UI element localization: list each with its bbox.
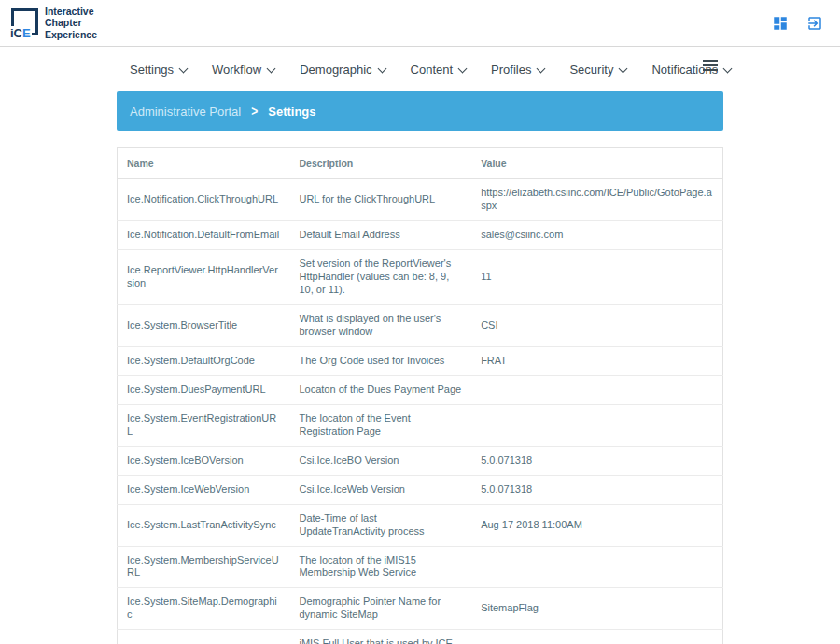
hamburger-menu-icon <box>703 60 718 62</box>
chevron-down-icon <box>179 63 189 73</box>
cell-description: The Org Code used for Invoices <box>289 346 471 375</box>
cell-name: Ice.System.EventRegistrationURL <box>118 404 290 446</box>
table-row[interactable]: Ice.System.DefaultOrgCode The Org Code u… <box>118 346 723 375</box>
chevron-down-icon <box>619 63 628 73</box>
breadcrumb-parent-link[interactable]: Administrative Portal <box>130 105 241 119</box>
column-header-description: Description <box>289 148 471 179</box>
table-header-row: Name Description Value <box>118 148 723 179</box>
table-row[interactable]: Ice.ReportViewer.HttpHandlerVersion Set … <box>118 249 723 304</box>
table-row[interactable]: Ice.Notification.ClickThroughURL URL for… <box>118 179 723 221</box>
chevron-down-icon <box>537 63 546 73</box>
cell-description: Set version of the ReportViewer's HttpHa… <box>289 249 471 304</box>
table-row[interactable]: Ice.System.SiteMap.Demographic Demograph… <box>118 588 723 630</box>
nav-item-workflow[interactable]: Workflow <box>212 63 274 77</box>
cell-value <box>471 546 722 588</box>
cell-name: Ice.System.MembershipServiceURL <box>118 546 290 588</box>
settings-table-container: Name Description Value Ice.Notification.… <box>117 147 723 644</box>
cell-name: Ice.System.SiteMap.Demographic <box>118 588 290 630</box>
cell-name: Ice.System.IceWebVersion <box>118 475 290 504</box>
table-row[interactable]: Ice.System.LastTranActivitySync Date-Tim… <box>118 504 723 546</box>
dashboard-button[interactable] <box>770 13 791 34</box>
cell-description: The locaton of the iMIS15 Membership Web… <box>289 546 471 588</box>
cell-description: iMIS Full User that is used by ICE Back … <box>289 630 471 644</box>
cell-value: https://elizabeth.csiinc.com/ICE/Public/… <box>471 179 722 221</box>
table-row[interactable]: Ice.System.MembershipServiceURL The loca… <box>118 546 723 588</box>
cell-name: Ice.System.DefaultOrgCode <box>118 346 290 375</box>
menu-button[interactable] <box>699 56 721 75</box>
cell-description: Csi.Ice.IceBO Version <box>289 446 471 475</box>
app-logo: iCE <box>11 8 38 35</box>
breadcrumb: Administrative Portal > Settings <box>117 91 723 131</box>
cell-value: 5.0.071318 <box>471 475 722 504</box>
dashboard-icon <box>772 15 789 32</box>
chevron-down-icon <box>377 63 386 73</box>
cell-value: sales@csiinc.com <box>471 220 722 249</box>
cell-name: Ice.System.IceBOVersion <box>118 446 290 475</box>
column-header-value: Value <box>471 148 722 179</box>
cell-description: Locaton of the Dues Payment Page <box>289 375 471 404</box>
app-header: iCE Interactive Chapter Experience <box>0 0 840 47</box>
table-row[interactable]: Ice.System.UserId iMIS Full User that is… <box>118 630 723 644</box>
nav-item-profiles[interactable]: Profiles <box>491 63 544 77</box>
nav-item-content[interactable]: Content <box>411 63 467 77</box>
table-row[interactable]: Ice.System.BrowserTitle What is displaye… <box>118 304 723 346</box>
cell-value <box>471 375 722 404</box>
table-row[interactable]: Ice.System.IceBOVersion Csi.Ice.IceBO Ve… <box>118 446 723 475</box>
nav-item-security[interactable]: Security <box>569 63 626 77</box>
settings-table: Name Description Value Ice.Notification.… <box>117 147 723 644</box>
cell-value: MANAGER <box>471 630 722 644</box>
cell-value: SitemapFlag <box>471 588 722 630</box>
cell-name: Ice.Notification.DefaultFromEmail <box>118 220 290 249</box>
column-header-name: Name <box>118 148 290 179</box>
main-nav: Settings Workflow Demographic Content Pr… <box>117 47 723 88</box>
chevron-down-icon <box>723 63 733 73</box>
cell-description: Demographic Pointer Name for dynamic Sit… <box>289 588 471 630</box>
cell-description: URL for the ClickThroughURL <box>289 179 471 221</box>
cell-description: What is displayed on the user's browser … <box>289 304 471 346</box>
cell-description: The locaton of the Event Registration Pa… <box>289 404 471 446</box>
sign-out-button[interactable] <box>805 13 825 34</box>
cell-value: Aug 17 2018 11:00AM <box>471 504 722 546</box>
cell-name: Ice.System.UserId <box>118 630 290 644</box>
cell-name: Ice.System.LastTranActivitySync <box>118 504 290 546</box>
logo-text: iCE <box>10 26 32 39</box>
header-actions <box>770 13 825 34</box>
cell-value: 5.0.071318 <box>471 446 722 475</box>
cell-value: 11 <box>471 249 722 304</box>
cell-description: Date-Time of last UpdateTranActivity pro… <box>289 504 471 546</box>
cell-description: Csi.Ice.IceWeb Version <box>289 475 471 504</box>
cell-name: Ice.System.DuesPaymentURL <box>118 375 290 404</box>
cell-name: Ice.System.BrowserTitle <box>118 304 290 346</box>
table-row[interactable]: Ice.Notification.DefaultFromEmail Defaul… <box>118 220 723 249</box>
sign-out-icon <box>806 15 823 32</box>
main-content: Settings Workflow Demographic Content Pr… <box>117 47 723 644</box>
cell-value <box>471 404 722 446</box>
nav-item-demographic[interactable]: Demographic <box>300 63 385 77</box>
chevron-down-icon <box>458 63 468 73</box>
cell-description: Default Email Address <box>289 220 471 249</box>
table-row[interactable]: Ice.System.DuesPaymentURL Locaton of the… <box>118 375 723 404</box>
brand-name: Interactive Chapter Experience <box>45 6 97 41</box>
table-row[interactable]: Ice.System.EventRegistrationURL The loca… <box>118 404 723 446</box>
cell-value: FRAT <box>471 346 722 375</box>
brand: iCE Interactive Chapter Experience <box>11 6 97 41</box>
cell-name: Ice.Notification.ClickThroughURL <box>118 179 290 221</box>
cell-value: CSI <box>471 304 722 346</box>
breadcrumb-current: Settings <box>268 105 315 119</box>
table-row[interactable]: Ice.System.IceWebVersion Csi.Ice.IceWeb … <box>118 475 723 504</box>
cell-name: Ice.ReportViewer.HttpHandlerVersion <box>118 249 290 304</box>
chevron-down-icon <box>267 63 276 73</box>
breadcrumb-separator-icon: > <box>251 104 258 119</box>
nav-item-settings[interactable]: Settings <box>130 63 187 77</box>
